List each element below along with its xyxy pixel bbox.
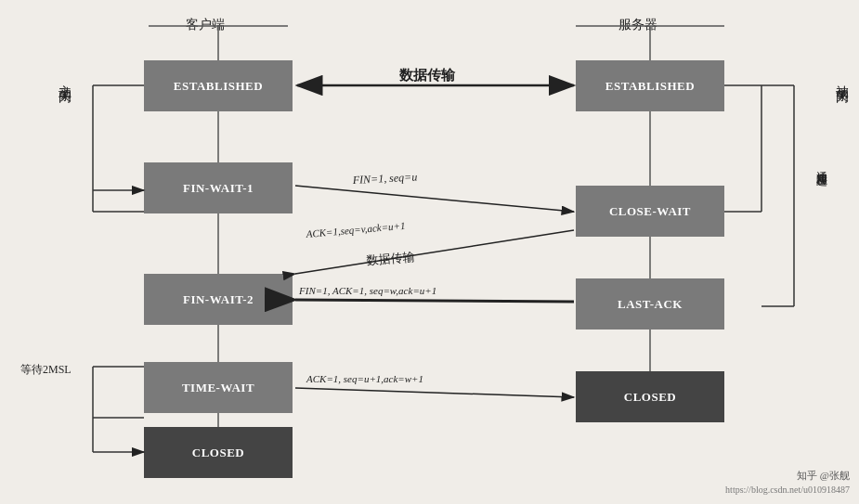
diagram: 客户端 服务器 主动关闭 被动关闭 通知应用进程 等待2MSL ESTABLIS… — [0, 0, 859, 504]
svg-text:ACK=1, seq=u+1,ack=w+1: ACK=1, seq=u+1,ack=w+1 — [306, 373, 423, 384]
server-closed-box: CLOSED — [576, 371, 724, 422]
active-close-label: 主动关闭 — [56, 74, 72, 186]
server-lastack-box: LAST-ACK — [576, 278, 724, 330]
svg-text:ACK=1,seq=v,ack=u+1: ACK=1,seq=v,ack=u+1 — [305, 220, 406, 239]
svg-line-26 — [295, 230, 574, 274]
svg-text:数据传输: 数据传输 — [366, 250, 415, 267]
svg-line-29 — [295, 300, 574, 302]
client-finwait2-box: FIN-WAIT-2 — [144, 274, 293, 325]
data-transfer-label: 数据传输 — [399, 67, 455, 84]
client-established-box: ESTABLISHED — [144, 60, 293, 111]
server-closewait-box: CLOSE-WAIT — [576, 186, 724, 237]
notify-app-label: 通知应用进程 — [813, 162, 829, 292]
svg-text:FIN=1, ACK=1, seq=w,ack=u+1: FIN=1, ACK=1, seq=w,ack=u+1 — [298, 285, 436, 296]
client-finwait1-box: FIN-WAIT-1 — [144, 162, 293, 213]
watermark: 知乎 @张舰 https://blog.csdn.net/u010918487 — [725, 468, 850, 498]
svg-line-31 — [295, 388, 574, 397]
client-timewait-box: TIME-WAIT — [144, 362, 293, 413]
wait-2msl-label: 等待2MSL — [20, 362, 72, 378]
server-established-box: ESTABLISHED — [576, 60, 724, 111]
passive-close-label: 被动关闭 — [833, 74, 850, 204]
svg-text:FIN=1, seq=u: FIN=1, seq=u — [351, 170, 417, 187]
client-label: 客户端 — [186, 17, 225, 33]
client-closed-box: CLOSED — [144, 427, 293, 478]
svg-line-24 — [295, 186, 574, 212]
server-label: 服务器 — [618, 17, 657, 33]
